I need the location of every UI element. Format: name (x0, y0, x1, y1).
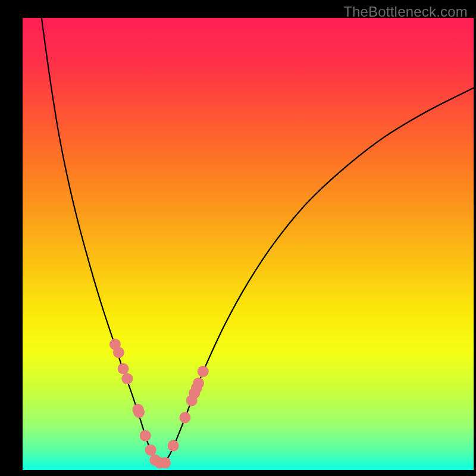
data-dot (121, 373, 133, 384)
frame-border (474, 0, 476, 476)
bottleneck-plot (0, 0, 476, 476)
data-dot (198, 366, 209, 377)
data-dot (159, 457, 171, 468)
data-dot (133, 406, 145, 418)
chart-frame: TheBottleneck.com (0, 0, 476, 476)
frame-border (0, 470, 476, 476)
data-dot (118, 363, 129, 374)
watermark-text: TheBottleneck.com (343, 4, 468, 20)
gradient-background (23, 18, 474, 470)
data-dot (113, 347, 124, 358)
data-dot (145, 444, 156, 456)
frame-border (0, 0, 23, 476)
data-dot (168, 440, 179, 451)
data-dot (179, 412, 190, 423)
data-dot (140, 430, 151, 441)
data-dot (193, 378, 204, 389)
